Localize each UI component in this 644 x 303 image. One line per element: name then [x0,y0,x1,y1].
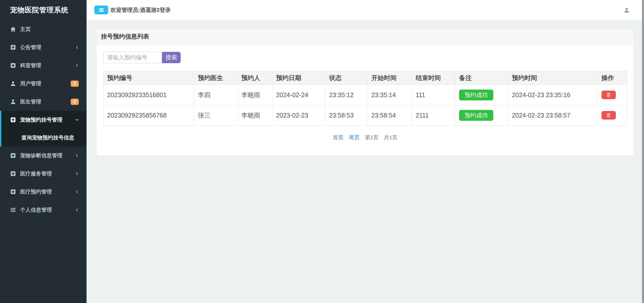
sidebar-item-label: 个人信息管理 [20,206,74,213]
cell-person: 李晓雨 [237,85,272,105]
plus-square-icon [10,62,16,68]
home-icon [10,26,16,32]
chevron-left-icon [74,153,79,158]
plus-square-icon [10,44,16,50]
user-account-icon[interactable] [624,7,630,13]
col-header-booking-id: 预约编号 [103,71,194,85]
user-icon [10,81,16,87]
sidebar-submenu: 查询宠物预约挂号信息 [1,129,87,146]
search-input[interactable] [103,52,162,63]
chevron-left-icon [74,45,79,50]
app-title[interactable]: 宠物医院管理系统 [0,0,87,20]
sidebar-item-medical-appointment-mgmt[interactable]: 医疗预约管理 [0,183,87,201]
sidebar-item-label: 主页 [20,26,87,33]
table-row: 20230929233516801 李四 李晓雨 2024-02-24 23:3… [103,85,627,105]
sidebar-section-pet-registration: 宠物预约挂号管理 查询宠物预约挂号信息 [0,111,87,146]
col-header-doctor: 预约医生 [194,71,237,85]
sidebar-item-doctor-mgmt[interactable]: 医生管理 2 [0,93,87,111]
col-header-remark: 备注 [455,71,508,85]
sidebar-item-label: 宠物诊断信息管理 [20,152,74,159]
list-icon [10,207,16,213]
delete-button[interactable] [601,111,616,120]
cell-booking-time: 2024-02-23 23:35:16 [508,85,597,105]
pagination-total-pages: 共1页 [384,134,397,140]
cell-booking-id: 20230929235856768 [103,105,194,126]
cell-end-time: 111 [412,85,455,105]
panel-header: 挂号预约信息列表 [97,29,634,45]
panel-title: 挂号预约信息列表 [101,32,149,41]
col-header-start-time: 开始时间 [368,71,412,85]
sidebar-item-home[interactable]: 主页 [0,20,87,38]
col-header-actions: 操作 [597,71,627,85]
cell-date: 2024-02-24 [272,85,325,105]
col-header-person: 预约人 [237,71,272,85]
cell-end-time: 2111 [412,105,455,126]
user-icon [10,99,16,105]
sidebar-item-label: 医疗服务管理 [20,170,74,177]
sidebar-toggle-button[interactable] [94,6,108,14]
sidebar-item-label: 公告管理 [20,44,74,51]
sidebar-subitem-query-pet-registration[interactable]: 查询宠物预约挂号信息 [1,129,87,146]
count-badge: 2 [71,81,79,87]
plus-square-icon [10,117,16,123]
chevron-left-icon [74,207,79,212]
sidebar-menu: 主页 公告管理 科室管理 [0,20,87,219]
cell-remark: 预约成功 [455,105,508,126]
chevron-left-icon [74,171,79,176]
chevron-left-icon [74,63,79,68]
trash-icon [606,112,611,118]
pagination-current-page: 第1页 [365,134,379,140]
cell-actions [597,105,627,126]
sidebar-item-pet-diagnosis-mgmt[interactable]: 宠物诊断信息管理 [0,146,87,165]
sidebar-item-pet-registration-mgmt[interactable]: 宠物预约挂号管理 [1,111,87,129]
cell-doctor: 张三 [194,105,237,126]
pagination-last-link[interactable]: 尾页 [349,134,359,140]
sidebar-item-user-mgmt[interactable]: 用户管理 2 [0,74,87,93]
status-success-badge: 预约成功 [459,110,493,121]
cell-status: 23:58:53 [325,105,368,126]
col-header-booking-time: 预约时间 [508,71,597,85]
sidebar-item-label: 医生管理 [20,98,71,105]
sidebar-item-notice-mgmt[interactable]: 公告管理 [0,38,87,56]
plus-square-icon [10,189,16,195]
registration-list-panel: 挂号预约信息列表 搜索 [96,28,634,156]
sidebar: 宠物医院管理系统 主页 公告管理 [0,0,87,303]
search-bar: 搜索 [103,52,627,63]
cell-person: 李晓雨 [237,105,272,126]
cell-start-time: 23:58:54 [368,105,412,126]
table-header-row: 预约编号 预约医生 预约人 预约日期 状态 开始时间 结束时间 备注 预约时间 … [103,71,627,85]
panel-body: 搜索 预约编号 预约医生 预约 [97,45,634,155]
cell-date: 2023-02-23 [272,105,325,126]
cell-booking-id: 20230929233516801 [103,85,194,105]
cell-actions [597,85,627,105]
chevron-left-icon [74,189,79,194]
registration-table: 预约编号 预约医生 预约人 预约日期 状态 开始时间 结束时间 备注 预约时间 … [103,71,627,126]
cell-booking-time: 2024-02-23 23:58:57 [508,105,597,126]
topbar: 欢迎管理员:逍遥游2登录 [87,0,644,20]
sidebar-item-label: 科室管理 [20,62,74,69]
cell-doctor: 李四 [194,85,237,105]
vertical-scrollbar[interactable] [642,0,644,303]
col-header-status: 状态 [325,71,368,85]
cell-status: 23:35:12 [325,85,368,105]
search-button[interactable]: 搜索 [162,52,181,63]
count-badge: 2 [71,99,79,105]
trash-icon [606,92,611,98]
col-header-end-time: 结束时间 [412,71,455,85]
plus-square-icon [10,171,16,177]
app-window: 宠物医院管理系统 主页 公告管理 [0,0,644,303]
sidebar-item-department-mgmt[interactable]: 科室管理 [0,56,87,74]
chevron-down-icon [74,117,79,122]
pagination: 首页 尾页 第1页 共1页 [103,126,627,155]
table-row: 20230929235856768 张三 李晓雨 2023-02-23 23:5… [103,105,627,126]
content-area: 挂号预约信息列表 搜索 [87,20,644,156]
sidebar-item-label: 宠物预约挂号管理 [20,116,74,123]
pagination-first-link[interactable]: 首页 [333,134,343,140]
delete-button[interactable] [601,91,616,99]
welcome-message: 欢迎管理员:逍遥游2登录 [110,6,171,14]
status-success-badge: 预约成功 [459,90,493,100]
sidebar-item-personal-info-mgmt[interactable]: 个人信息管理 [0,201,87,219]
main-area: 欢迎管理员:逍遥游2登录 挂号预约信息列表 搜索 [87,0,644,303]
sidebar-item-label: 用户管理 [20,80,71,87]
sidebar-item-medical-service-mgmt[interactable]: 医疗服务管理 [0,165,87,183]
